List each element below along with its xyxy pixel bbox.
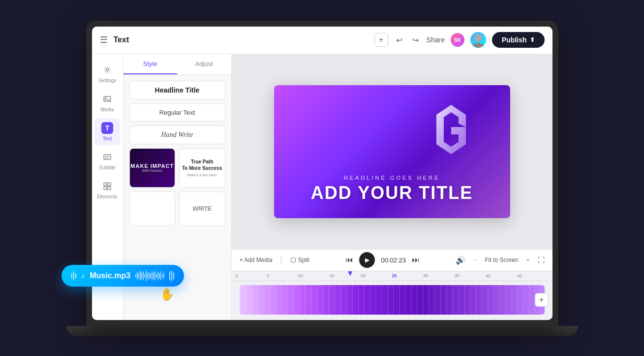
- text-icon: T: [101, 122, 113, 134]
- preset-make-impact-title: MAKE IMPACT: [130, 163, 174, 169]
- mark-35: 35: [455, 273, 486, 278]
- text-presets-bottom: WRITE: [129, 192, 225, 226]
- settings-icon: [101, 64, 113, 76]
- subtitle-label: Subtitle: [99, 165, 115, 170]
- add-button[interactable]: +: [374, 33, 388, 47]
- share-label[interactable]: Share: [427, 36, 445, 44]
- time-display: 00:02:23: [381, 257, 406, 264]
- avatar-sk: SK: [451, 33, 464, 47]
- menu-icon[interactable]: ☰: [100, 34, 108, 45]
- mark-20: 20: [361, 273, 392, 278]
- elements-label: Elements: [97, 194, 118, 199]
- mark-15: 15: [329, 273, 361, 278]
- preset-make-impact[interactable]: MAKE IMPACT With Passion: [129, 148, 176, 188]
- sidebar-item-settings[interactable]: Settings: [94, 60, 120, 87]
- laptop-base: [66, 326, 578, 336]
- plus-zoom[interactable]: +: [526, 257, 529, 263]
- skip-forward-button[interactable]: ⏭: [412, 256, 420, 264]
- music-bars-right: [169, 270, 174, 281]
- undo-button[interactable]: ↩: [394, 33, 404, 47]
- mark-10: 10: [298, 273, 330, 278]
- tab-adjust[interactable]: Adjust: [177, 54, 231, 74]
- fit-screen-label[interactable]: Fit to Screen: [485, 257, 518, 263]
- preset-blank[interactable]: [129, 192, 176, 226]
- svg-rect-10: [104, 187, 107, 190]
- preset-true-path-sub: Watch it btn here: [187, 173, 217, 177]
- redo-button[interactable]: ↪: [410, 33, 421, 47]
- timeline-marks: 0 5 10 15 20 25 30 35 40 45: [236, 273, 549, 278]
- preset-true-path[interactable]: True PathTo More Success Watch it btn he…: [179, 148, 225, 188]
- preset-write-label: WRITE: [192, 205, 212, 212]
- media-label: Media: [100, 107, 114, 112]
- mark-0: 0: [236, 273, 267, 278]
- mark-25: 25: [392, 273, 423, 278]
- minus-zoom[interactable]: −: [473, 257, 477, 263]
- headline-title-label: Headline Title: [155, 86, 200, 94]
- canvas-headline: HEADLINE GOES HERE: [311, 175, 473, 181]
- cursor-hand: ✋: [160, 288, 175, 301]
- fullscreen-button[interactable]: ⛶: [538, 256, 545, 264]
- svg-rect-9: [108, 183, 111, 186]
- avatar-photo: [470, 32, 486, 48]
- timeline-track[interactable]: [240, 285, 545, 315]
- preset-make-impact-sub: With Passion: [142, 169, 162, 172]
- mark-40: 40: [486, 273, 517, 278]
- top-bar: ☰ Text + ↩ ↪ Share SK: [92, 27, 552, 54]
- sidebar-item-subtitle[interactable]: Subtitle: [94, 147, 120, 174]
- sidebar-item-elements[interactable]: Elements: [94, 176, 120, 203]
- svg-point-2: [106, 68, 109, 71]
- timeline-ruler: 0 5 10 15 20 25 30 35 40 45: [232, 271, 552, 281]
- timeline-add-button[interactable]: +: [535, 293, 549, 307]
- mark-30: 30: [423, 273, 455, 278]
- split-button[interactable]: ⬡ Split: [290, 256, 309, 264]
- settings-label: Settings: [98, 78, 116, 83]
- music-note-icon: ♪: [81, 271, 85, 280]
- canvas-title: ADD YOUR TITLE: [311, 183, 473, 203]
- panel-tabs: Style Adjust: [123, 54, 231, 75]
- waveform: [135, 270, 164, 282]
- upload-icon: ⬆: [530, 36, 535, 43]
- svg-point-4: [105, 97, 107, 98]
- headline-title-item[interactable]: Headline Title: [129, 81, 225, 99]
- canvas-text-area: HEADLINE GOES HERE ADD YOUR TITLE: [311, 175, 473, 203]
- mark-45: 45: [517, 273, 549, 278]
- handwrite-text-label: Hand Write: [161, 131, 193, 139]
- subtitle-icon: [101, 151, 113, 163]
- skip-back-button[interactable]: ⏮: [345, 256, 353, 264]
- add-media-label: + Add Media: [240, 257, 273, 263]
- tab-style[interactable]: Style: [123, 54, 178, 74]
- play-button[interactable]: ▶: [359, 252, 375, 268]
- timeline-area[interactable]: 0 5 10 15 20 25 30 35 40 45: [232, 271, 552, 320]
- preset-true-path-title: True PathTo More Success: [182, 159, 222, 171]
- add-media-button[interactable]: + Add Media: [240, 257, 273, 263]
- publish-button[interactable]: Publish ⬆: [492, 32, 545, 48]
- svg-rect-8: [104, 183, 107, 186]
- preset-write[interactable]: WRITE: [179, 192, 225, 226]
- bottom-controls: + Add Media | ⬡ Split ⏮ ▶ 00:02:23: [232, 249, 552, 271]
- svg-marker-12: [436, 105, 466, 154]
- svg-point-1: [472, 43, 484, 48]
- elements-icon: [101, 180, 113, 192]
- music-name: Music.mp3: [90, 271, 131, 280]
- text-label: Text: [103, 136, 112, 141]
- volume-button[interactable]: 🔊: [456, 256, 465, 265]
- track-pattern: [240, 285, 545, 315]
- mark-5: 5: [267, 273, 298, 278]
- sidebar-item-media[interactable]: Media: [94, 89, 120, 116]
- svg-rect-11: [108, 187, 111, 190]
- music-bars-left: [71, 271, 76, 280]
- page-title: Text: [114, 35, 368, 44]
- media-icon: [101, 93, 113, 105]
- sidebar-item-text[interactable]: T Text: [94, 118, 120, 145]
- canvas-area: HEADLINE GOES HERE ADD YOUR TITLE + Add …: [232, 54, 552, 320]
- publish-label: Publish: [502, 36, 527, 44]
- canvas-logo: [422, 100, 481, 159]
- canvas-main[interactable]: HEADLINE GOES HERE ADD YOUR TITLE: [232, 54, 552, 249]
- svg-point-0: [474, 34, 482, 42]
- music-pill[interactable]: ♪ Music.mp3: [61, 265, 184, 287]
- handwrite-text-item[interactable]: Hand Write: [129, 126, 225, 144]
- top-bar-right: ↩ ↪ Share SK Publish ⬆: [394, 32, 545, 48]
- svg-rect-5: [104, 155, 111, 160]
- regular-text-item[interactable]: Regular Text: [129, 103, 225, 122]
- canvas-preview: HEADLINE GOES HERE ADD YOUR TITLE: [274, 85, 510, 218]
